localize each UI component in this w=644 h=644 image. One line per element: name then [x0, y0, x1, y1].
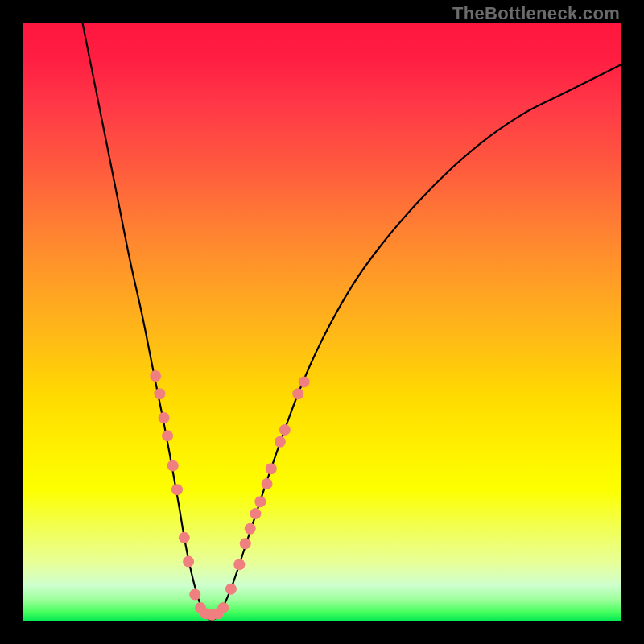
highlight-dot	[189, 589, 200, 601]
highlight-dot	[254, 496, 266, 507]
highlight-dot	[299, 376, 310, 387]
highlight-dot	[250, 508, 261, 519]
highlight-dot	[179, 532, 190, 543]
highlight-dot	[233, 559, 245, 570]
highlight-dot	[262, 478, 273, 489]
highlight-dot	[171, 484, 183, 495]
highlight-dots	[150, 370, 310, 621]
highlight-dot	[159, 412, 170, 423]
bottleneck-curve	[82, 23, 621, 620]
highlight-dot	[162, 430, 173, 441]
highlight-dot	[154, 388, 165, 399]
highlight-dot	[225, 584, 237, 595]
plot-area	[23, 23, 621, 621]
highlight-dot	[266, 463, 277, 474]
watermark-text: TheBottleneck.com	[452, 3, 620, 24]
highlight-dot	[275, 436, 286, 448]
highlight-dot	[292, 388, 303, 399]
curve-layer	[23, 23, 621, 621]
highlight-dot	[279, 424, 291, 436]
highlight-dot	[150, 370, 161, 382]
highlight-dot	[240, 538, 251, 549]
chart-container: TheBottleneck.com	[0, 0, 644, 644]
highlight-dot	[217, 602, 229, 613]
highlight-dot	[245, 523, 256, 535]
highlight-dot	[183, 556, 194, 568]
highlight-dot	[167, 460, 179, 472]
